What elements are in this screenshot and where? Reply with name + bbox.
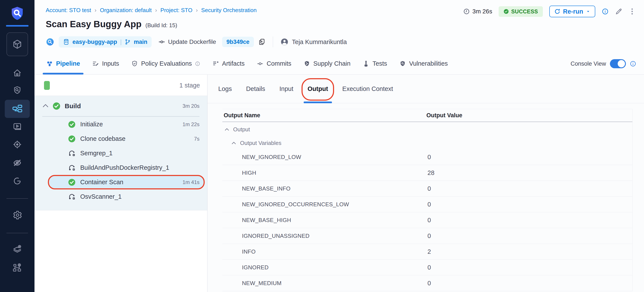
- build-stage-row[interactable]: Build 3m 20s: [34, 96, 207, 116]
- module-selector-button[interactable]: [6, 32, 28, 56]
- tab-label: Policy Evaluations: [141, 60, 192, 67]
- tests-flask-icon: [362, 60, 370, 67]
- breadcrumb-account[interactable]: Account: STO test: [46, 7, 91, 14]
- step-name: Container Scan: [80, 179, 123, 186]
- step-container-scan-selected[interactable]: Container Scan 1m 41s: [34, 175, 207, 189]
- chevron-up-icon[interactable]: [42, 103, 49, 109]
- getting-started-icon[interactable]: [0, 176, 34, 186]
- tab-details[interactable]: Details: [246, 75, 265, 103]
- output-value: 0: [428, 264, 431, 271]
- rerun-button[interactable]: Re-run: [549, 6, 595, 17]
- console-view-label: Console View: [570, 60, 606, 67]
- tab-logs[interactable]: Logs: [218, 75, 232, 103]
- artifacts-icon: [212, 60, 219, 67]
- stage-status-square[interactable]: [44, 81, 50, 90]
- breadcrumb-separator: ›: [155, 7, 157, 14]
- tab-label: Details: [246, 85, 265, 92]
- step-semgrep[interactable]: Semgrep_1: [34, 146, 207, 161]
- policy-info-icon: [195, 61, 200, 66]
- console-view-cluster: Console View: [570, 53, 636, 75]
- step-detail-tabbar: Logs Details Input Output Execution Cont…: [208, 75, 644, 103]
- cube-icon: [12, 39, 23, 50]
- trigger-type-icon: [46, 38, 54, 46]
- org-structure-icon[interactable]: [0, 262, 34, 272]
- group-label: Output: [233, 126, 250, 133]
- table-row: HIGH 28: [222, 165, 632, 181]
- repo-branch-pill[interactable]: easy-buggy-app | main: [59, 36, 152, 48]
- output-name: INFO: [242, 248, 428, 255]
- hidden-items-icon[interactable]: [0, 158, 34, 168]
- group-label: Output Variables: [240, 140, 282, 147]
- tab-input[interactable]: Input: [280, 75, 294, 103]
- output-value: 0: [428, 201, 431, 208]
- sto-logo-icon[interactable]: [0, 5, 34, 22]
- tab-tests[interactable]: Tests: [362, 53, 387, 75]
- targets-icon[interactable]: [0, 139, 34, 150]
- tab-label: Supply Chain: [313, 60, 351, 67]
- output-name: IGNORED: [242, 264, 428, 271]
- breadcrumb-project[interactable]: Project: STO: [160, 7, 192, 14]
- execution-info-icon[interactable]: [602, 8, 609, 15]
- default-settings-icon[interactable]: [0, 244, 34, 254]
- build-id-label: (Build Id: 15): [145, 22, 177, 29]
- output-variables-table: Output Name Output Value Output Output V…: [222, 109, 632, 291]
- commit-sha-pill[interactable]: 9b349ce: [222, 37, 254, 47]
- breadcrumb-module[interactable]: Security Orchestration: [201, 7, 257, 14]
- group-row-output-variables[interactable]: Output Variables: [222, 137, 632, 149]
- tab-artifacts[interactable]: Artifacts: [212, 53, 245, 75]
- tab-pipeline[interactable]: Pipeline: [46, 53, 80, 75]
- tab-execution-context[interactable]: Execution Context: [342, 75, 393, 103]
- tab-commits[interactable]: Commits: [257, 53, 291, 75]
- table-row: NEW_BASE_HIGH 0: [222, 212, 632, 228]
- tab-label: Logs: [218, 85, 232, 92]
- status-badge: SUCCESS: [499, 6, 543, 17]
- branch-name: main: [134, 39, 147, 45]
- scan-shield-icon[interactable]: [0, 86, 34, 95]
- commit-sha-text: 9b349ce: [226, 39, 250, 45]
- sidebar-item-pipelines[interactable]: [5, 100, 30, 118]
- output-value: 0: [428, 185, 431, 192]
- step-name: Clone codebase: [80, 135, 126, 142]
- output-value: 0: [428, 280, 431, 287]
- step-build-and-push-docker-registry[interactable]: BuildAndPushDockerRegistry_1: [34, 161, 207, 175]
- more-options-kebab-icon[interactable]: [629, 8, 635, 15]
- group-row-output[interactable]: Output: [222, 122, 632, 137]
- tab-policy-evaluations[interactable]: Policy Evaluations: [131, 53, 200, 75]
- output-name: NEW_IGNORED_OCCURRENCES_LOW: [242, 201, 428, 208]
- header-actions: 3m 26s SUCCESS Re-run: [463, 5, 635, 18]
- home-icon[interactable]: [0, 68, 34, 78]
- stage-duration: 3m 20s: [182, 103, 200, 109]
- step-duration: 7s: [194, 136, 200, 142]
- copy-sha-icon[interactable]: [258, 38, 266, 46]
- tab-output[interactable]: Output: [308, 75, 328, 103]
- duration-text: 3m 26s: [472, 8, 492, 15]
- console-view-info-icon[interactable]: [630, 60, 636, 67]
- tab-label: Inputs: [102, 60, 119, 67]
- supply-chain-shield-icon: [304, 60, 310, 67]
- step-clone-codebase[interactable]: Clone codebase 7s: [34, 131, 207, 146]
- background-step-icon: [68, 193, 76, 201]
- execution-tabbar: Pipeline Inputs Policy E: [34, 53, 644, 75]
- triggered-by-name: Teja Kummarikuntla: [292, 39, 347, 46]
- breadcrumb: Account: STO test › Organization: defaul…: [46, 7, 257, 14]
- output-name: HIGH: [242, 170, 428, 176]
- repo-name: easy-buggy-app: [72, 39, 117, 45]
- inputs-tab-icon: [92, 60, 99, 67]
- tab-inputs[interactable]: Inputs: [92, 53, 119, 75]
- tab-label: Pipeline: [56, 60, 80, 67]
- caret-down-icon: [586, 9, 590, 14]
- nav-divider: [6, 233, 28, 233]
- executions-icon[interactable]: [0, 122, 34, 131]
- console-view-toggle[interactable]: [610, 59, 626, 68]
- breadcrumb-organization[interactable]: Organization: default: [100, 7, 152, 14]
- step-osv-scanner[interactable]: OsvScanner_1: [34, 189, 207, 204]
- step-initialize[interactable]: Initialize 1m 22s: [34, 117, 207, 131]
- rerun-label: Re-run: [563, 8, 583, 15]
- step-name: BuildAndPushDockerRegistry_1: [80, 164, 169, 171]
- title-row: Scan Easy Buggy App (Build Id: 15): [46, 19, 177, 29]
- tab-vulnerabilities[interactable]: Vulnerabilities: [399, 53, 448, 75]
- table-row: NEW_BASE_INFO 0: [222, 181, 632, 197]
- settings-icon[interactable]: [0, 210, 34, 220]
- tab-supply-chain[interactable]: Supply Chain: [304, 53, 351, 75]
- edit-pipeline-icon[interactable]: [615, 8, 622, 15]
